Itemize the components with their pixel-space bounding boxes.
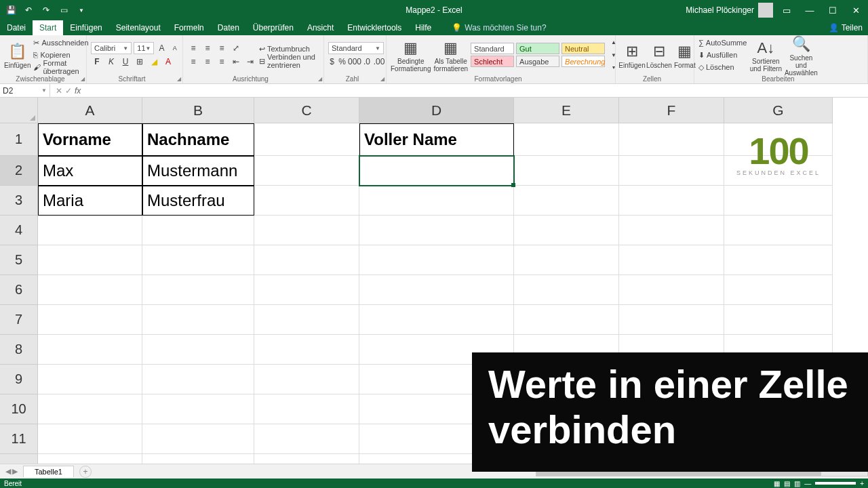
user-avatar-icon[interactable] xyxy=(758,3,773,18)
cell-B7[interactable] xyxy=(142,305,254,335)
tab-file[interactable]: Datei xyxy=(0,20,33,35)
cell-G5[interactable] xyxy=(724,245,833,275)
comma-icon[interactable]: 000 xyxy=(349,56,361,68)
align-right-icon[interactable]: ≡ xyxy=(216,56,228,68)
zoom-slider[interactable] xyxy=(815,482,856,485)
number-format-combo[interactable]: Standard▼ xyxy=(328,42,384,54)
cell-C3[interactable] xyxy=(254,186,359,216)
format-painter-button[interactable]: 🖌Format übertragen xyxy=(33,62,88,73)
cell-F5[interactable] xyxy=(619,245,724,275)
cancel-icon[interactable]: ✕ xyxy=(56,86,62,96)
cell-B5[interactable] xyxy=(142,245,254,275)
column-header-B[interactable]: B xyxy=(142,98,254,123)
fill-button[interactable]: ⬇Ausfüllen xyxy=(698,49,747,60)
border-button[interactable]: ⊞ xyxy=(134,56,146,68)
row-header-11[interactable]: 11 xyxy=(0,424,38,454)
cell-B8[interactable] xyxy=(142,335,254,365)
cell-E6[interactable] xyxy=(514,275,619,305)
cell-D4[interactable] xyxy=(359,216,514,245)
format-as-table-button[interactable]: ▦Als Tabelle formatieren xyxy=(433,37,468,76)
view-page-icon[interactable]: ▤ xyxy=(784,480,790,487)
sheet-next-icon[interactable]: ▶ xyxy=(12,467,18,476)
tell-me-search[interactable]: 💡 Was möchten Sie tun? xyxy=(452,23,546,33)
align-center-icon[interactable]: ≡ xyxy=(201,56,214,68)
cell-A10[interactable] xyxy=(38,394,142,424)
tab-start[interactable]: Start xyxy=(33,20,63,35)
cell-E1[interactable] xyxy=(514,123,619,156)
cell-B1[interactable]: Nachname xyxy=(142,123,254,156)
cell-C4[interactable] xyxy=(254,216,359,245)
cell-E2[interactable] xyxy=(514,156,619,186)
cell-F2[interactable] xyxy=(619,156,724,186)
style-output[interactable]: Ausgabe xyxy=(516,56,559,67)
cell-A5[interactable] xyxy=(38,245,142,275)
cell-G7[interactable] xyxy=(724,305,833,335)
tab-view[interactable]: Ansicht xyxy=(300,20,340,35)
font-color-button[interactable]: A xyxy=(162,56,174,68)
fill-handle[interactable] xyxy=(511,183,515,187)
cell-B6[interactable] xyxy=(142,275,254,305)
style-calc[interactable]: Berechnung xyxy=(561,56,605,67)
tab-layout[interactable]: Seitenlayout xyxy=(109,20,167,35)
cell-D2[interactable] xyxy=(359,156,514,186)
cell-A1[interactable]: Vorname xyxy=(38,123,142,156)
zoom-in-icon[interactable]: + xyxy=(860,480,864,487)
cell-B2[interactable]: Mustermann xyxy=(142,156,254,186)
maximize-icon[interactable]: ☐ xyxy=(823,3,842,18)
cell-D6[interactable] xyxy=(359,275,514,305)
paste-button[interactable]: 📋 Einfügen xyxy=(4,37,31,76)
cell-A2[interactable]: Max xyxy=(38,156,142,186)
cell-A7[interactable] xyxy=(38,305,142,335)
cell-F4[interactable] xyxy=(619,216,724,245)
accounting-icon[interactable]: $ xyxy=(328,56,336,68)
select-all-corner[interactable] xyxy=(0,98,38,123)
row-header-9[interactable]: 9 xyxy=(0,365,38,394)
decrease-font-icon[interactable]: A xyxy=(170,42,180,54)
number-launcher-icon[interactable]: ◢ xyxy=(380,76,384,82)
cell-E5[interactable] xyxy=(514,245,619,275)
touch-mode-icon[interactable]: ▭ xyxy=(57,3,71,17)
column-header-F[interactable]: F xyxy=(619,98,724,123)
cell-C7[interactable] xyxy=(254,305,359,335)
column-header-D[interactable]: D xyxy=(359,98,514,123)
enter-icon[interactable]: ✓ xyxy=(65,86,72,96)
underline-button[interactable]: U xyxy=(119,56,132,68)
align-top-icon[interactable]: ≡ xyxy=(187,42,199,54)
sheet-tab[interactable]: Tabelle1 xyxy=(23,466,74,477)
cell-D1[interactable]: Voller Name xyxy=(359,123,514,156)
undo-icon[interactable]: ↶ xyxy=(22,3,35,17)
row-header-8[interactable]: 8 xyxy=(0,335,38,365)
cell-A9[interactable] xyxy=(38,365,142,394)
redo-icon[interactable]: ↷ xyxy=(39,3,53,17)
cell-G6[interactable] xyxy=(724,275,833,305)
cell-B9[interactable] xyxy=(142,365,254,394)
row-header-7[interactable]: 7 xyxy=(0,305,38,335)
row-header-1[interactable]: 1 xyxy=(0,123,38,156)
style-standard[interactable]: Standard xyxy=(471,43,514,54)
align-bottom-icon[interactable]: ≡ xyxy=(216,42,228,54)
ribbon-options-icon[interactable]: ▭ xyxy=(777,3,796,18)
cell-F6[interactable] xyxy=(619,275,724,305)
cell-G4[interactable] xyxy=(724,216,833,245)
align-middle-icon[interactable]: ≡ xyxy=(201,42,214,54)
row-header-3[interactable]: 3 xyxy=(0,186,38,216)
style-neutral[interactable]: Neutral xyxy=(561,43,605,54)
increase-indent-icon[interactable]: ⇥ xyxy=(244,56,256,68)
column-header-A[interactable]: A xyxy=(38,98,142,123)
cell-F1[interactable] xyxy=(619,123,724,156)
align-launcher-icon[interactable]: ◢ xyxy=(318,76,322,82)
insert-cells-button[interactable]: ⊞Einfügen xyxy=(620,37,644,76)
bold-button[interactable]: F xyxy=(91,56,103,68)
cell-C9[interactable] xyxy=(254,365,359,394)
italic-button[interactable]: K xyxy=(105,56,117,68)
delete-cells-button[interactable]: ⊟Löschen xyxy=(647,37,671,76)
font-size-combo[interactable]: 11▼ xyxy=(134,42,154,54)
autosum-button[interactable]: ∑AutoSumme xyxy=(698,37,747,48)
cell-F7[interactable] xyxy=(619,305,724,335)
cell-C8[interactable] xyxy=(254,335,359,365)
close-icon[interactable]: ✕ xyxy=(846,3,865,18)
cell-B11[interactable] xyxy=(142,424,254,454)
decrease-decimal-icon[interactable]: .00 xyxy=(373,56,385,68)
row-header-4[interactable]: 4 xyxy=(0,216,38,245)
zoom-out-icon[interactable]: — xyxy=(804,480,811,487)
